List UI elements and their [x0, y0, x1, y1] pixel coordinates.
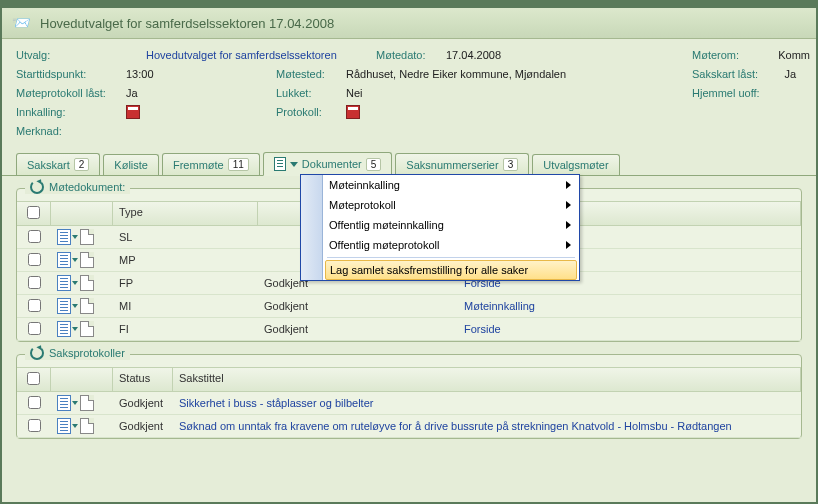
- select-all-checkbox[interactable]: [27, 372, 40, 385]
- document-icon[interactable]: [57, 298, 71, 314]
- page-icon[interactable]: [80, 418, 94, 434]
- motested-label: Møtested:: [276, 66, 346, 82]
- pdf-icon[interactable]: [126, 105, 140, 119]
- hjemmel-label: Hjemmel uoff:: [692, 85, 782, 101]
- tab-bar: Sakskart 2 Køliste Fremmøte 11 Dokumente…: [2, 152, 816, 176]
- moterom-value: Komm: [778, 47, 810, 63]
- row-menu-arrow-icon[interactable]: [72, 424, 78, 428]
- window-title-bar: 📨 Hovedutvalget for samferdselssektoren …: [2, 8, 816, 39]
- menu-lag-samlet-saksfremstilling[interactable]: Lag samlet saksfremstilling for alle sak…: [325, 260, 577, 280]
- table-row[interactable]: FIGodkjentForside: [17, 318, 801, 341]
- cell-status: Godkjent: [258, 297, 458, 315]
- motested-value: Rådhuset, Nedre Eiker kommune, Mjøndalen: [346, 66, 566, 82]
- page-icon[interactable]: [80, 395, 94, 411]
- motedato-label: Møtedato:: [376, 47, 446, 63]
- row-checkbox[interactable]: [28, 419, 41, 432]
- row-checkbox[interactable]: [28, 253, 41, 266]
- row-checkbox[interactable]: [28, 322, 41, 335]
- cell-title-link[interactable]: Sikkerhet i buss - ståplasser og bilbelt…: [179, 397, 373, 409]
- tab-count: 11: [228, 158, 249, 171]
- document-icon[interactable]: [57, 418, 71, 434]
- cell-variant-link[interactable]: Møteinnkalling: [464, 300, 535, 312]
- menu-moteprotokoll[interactable]: Møteprotokoll: [301, 195, 579, 215]
- select-all-checkbox[interactable]: [27, 206, 40, 219]
- row-checkbox[interactable]: [28, 299, 41, 312]
- table-row[interactable]: GodkjentSikkerhet i buss - ståplasser og…: [17, 392, 801, 415]
- submenu-arrow-icon: [566, 181, 571, 189]
- page-icon[interactable]: [80, 229, 94, 245]
- page-icon[interactable]: [80, 298, 94, 314]
- protokoll-last-label: Møteprotokoll låst:: [16, 85, 126, 101]
- cell-type: SL: [113, 228, 258, 246]
- col-type[interactable]: Type: [113, 202, 258, 225]
- meeting-header: Utvalg: Hovedutvalget for samferdselssek…: [2, 39, 816, 146]
- protokoll-last-value: Ja: [126, 85, 138, 101]
- tab-count: 2: [74, 158, 90, 171]
- document-icon[interactable]: [57, 252, 71, 268]
- table-row[interactable]: MIGodkjentMøteinnkalling: [17, 295, 801, 318]
- moterom-label: Møterom:: [692, 47, 782, 63]
- starttid-value: 13:00: [126, 66, 154, 82]
- menu-offentlig-moteprotokoll[interactable]: Offentlig møteprotokoll: [301, 235, 579, 255]
- sakskart-last-label: Sakskart låst:: [692, 66, 782, 82]
- pdf-icon[interactable]: [346, 105, 360, 119]
- menu-offentlig-moteinnkalling[interactable]: Offentlig møteinnkalling: [301, 215, 579, 235]
- row-checkbox[interactable]: [28, 276, 41, 289]
- document-icon[interactable]: [57, 275, 71, 291]
- tab-fremmote[interactable]: Fremmøte 11: [162, 153, 260, 175]
- tab-sakskart[interactable]: Sakskart 2: [16, 153, 100, 175]
- protokoll-label: Protokoll:: [276, 104, 346, 120]
- document-icon[interactable]: [57, 395, 71, 411]
- document-icon[interactable]: [57, 229, 71, 245]
- table-row[interactable]: GodkjentSøknad om unntak fra kravene om …: [17, 415, 801, 438]
- page-icon[interactable]: [80, 321, 94, 337]
- col-sakstittel[interactable]: Sakstittel: [173, 368, 801, 391]
- tab-utvalgsmoter[interactable]: Utvalgsmøter: [532, 154, 619, 175]
- refresh-icon[interactable]: [30, 346, 44, 360]
- row-checkbox[interactable]: [28, 230, 41, 243]
- sakskart-last-value: Ja: [784, 66, 796, 82]
- tab-koliste[interactable]: Køliste: [103, 154, 159, 175]
- tab-saksnummerserier[interactable]: Saksnummerserier 3: [395, 153, 529, 175]
- page-icon[interactable]: [80, 252, 94, 268]
- submenu-arrow-icon: [566, 221, 571, 229]
- cell-type: FI: [113, 320, 258, 338]
- menu-separator: [327, 257, 575, 258]
- cell-status: Godkjent: [113, 417, 173, 435]
- cell-type: MP: [113, 251, 258, 269]
- document-icon: [274, 157, 286, 171]
- grid-header: Status Sakstittel: [17, 367, 801, 392]
- lukket-value: Nei: [346, 85, 363, 101]
- row-menu-arrow-icon[interactable]: [72, 235, 78, 239]
- starttid-label: Starttidspunkt:: [16, 66, 126, 82]
- section-saksprotokoller: Saksprotokoller Status Sakstittel Godkje…: [16, 354, 802, 439]
- page-icon[interactable]: [80, 275, 94, 291]
- utvalg-value[interactable]: Hovedutvalget for samferdselssektoren: [146, 47, 376, 63]
- tab-dokumenter[interactable]: Dokumenter 5: [263, 152, 392, 176]
- cell-type: MI: [113, 297, 258, 315]
- tab-count: 3: [503, 158, 519, 171]
- submenu-arrow-icon: [566, 201, 571, 209]
- mail-icon: 📨: [12, 14, 32, 32]
- innkalling-label: Innkalling:: [16, 104, 126, 120]
- row-checkbox[interactable]: [28, 396, 41, 409]
- chevron-down-icon[interactable]: [290, 162, 298, 167]
- cell-variant-link[interactable]: Forside: [464, 323, 501, 335]
- row-menu-arrow-icon[interactable]: [72, 327, 78, 331]
- section-title: Møtedokument:: [49, 181, 125, 193]
- refresh-icon[interactable]: [30, 180, 44, 194]
- row-menu-arrow-icon[interactable]: [72, 281, 78, 285]
- row-menu-arrow-icon[interactable]: [72, 304, 78, 308]
- submenu-arrow-icon: [566, 241, 571, 249]
- menu-moteinnkalling[interactable]: Møteinnkalling: [301, 175, 579, 195]
- row-menu-arrow-icon[interactable]: [72, 401, 78, 405]
- document-icon[interactable]: [57, 321, 71, 337]
- col-status[interactable]: Status: [113, 368, 173, 391]
- merknad-label: Merknad:: [16, 123, 126, 139]
- cell-title-link[interactable]: Søknad om unntak fra kravene om ruteløyv…: [179, 420, 732, 432]
- lukket-label: Lukket:: [276, 85, 346, 101]
- section-title: Saksprotokoller: [49, 347, 125, 359]
- window-title: Hovedutvalget for samferdselssektoren 17…: [40, 16, 334, 31]
- row-menu-arrow-icon[interactable]: [72, 258, 78, 262]
- cell-type: FP: [113, 274, 258, 292]
